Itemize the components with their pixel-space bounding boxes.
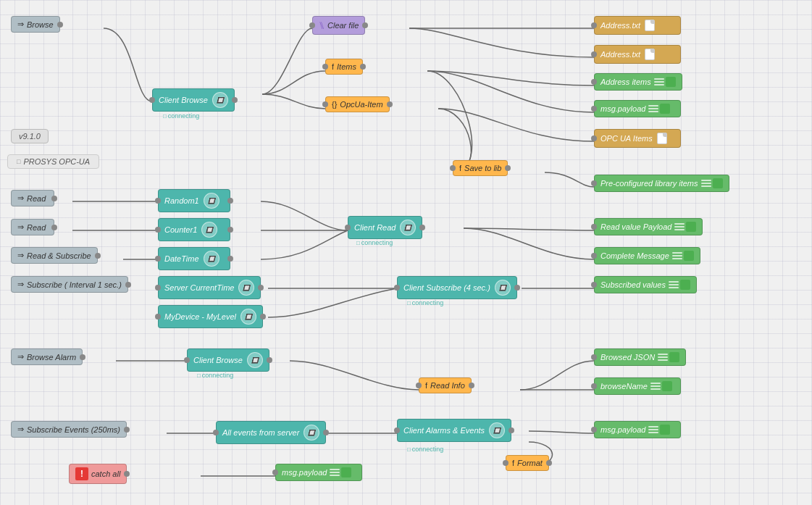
complete-message-node[interactable]: Complete Message [594, 247, 700, 264]
counter1-node[interactable]: Counter1 🔲 [158, 218, 230, 241]
browse-alarm-inject[interactable]: ⇒ Browse Alarm [11, 349, 83, 365]
server-current-node[interactable]: Server CurrentTime 🔲 [158, 276, 261, 299]
pre-configured-node[interactable]: Pre-configured library items [594, 175, 729, 192]
subscribe-events-inject[interactable]: ⇒ Subscribe Events (250ms) [11, 421, 127, 438]
subscribe-interval-inject[interactable]: ⇒ Subscribe ( Interval 1 sec.) [11, 276, 128, 293]
read-2-inject[interactable]: ⇒ Read [11, 219, 54, 235]
address-txt-2-node[interactable]: Address.txt [594, 45, 681, 64]
client-browse-2-connecting: connecting [197, 372, 233, 379]
browse-name-node[interactable]: browseName [594, 377, 681, 395]
read-1-inject[interactable]: ⇒ Read [11, 190, 54, 206]
opcua-item-node[interactable]: {} OpcUa-Item [325, 96, 390, 112]
client-read-node[interactable]: Client Read 🔲 [348, 216, 422, 239]
client-read-connecting: connecting [356, 239, 393, 246]
client-browse-1-node[interactable]: Client Browse 🔲 [152, 88, 235, 112]
items-node[interactable]: f Items [325, 59, 363, 75]
save-to-lib-node[interactable]: f Save to lib [453, 160, 508, 176]
format-node[interactable]: f Format [506, 455, 549, 471]
msg-payload-1-node[interactable]: msg.payload [594, 100, 681, 117]
client-alarms-node[interactable]: Client Alarms & Events 🔲 [397, 419, 511, 442]
mydevice-node[interactable]: MyDevice - MyLevel 🔲 [158, 305, 263, 328]
read-subscribe-inject[interactable]: ⇒ Read & Subscribe [11, 247, 98, 264]
opc-ua-items-node[interactable]: OPC UA Items [594, 129, 681, 148]
address-txt-1-node[interactable]: Address.txt [594, 16, 681, 35]
browsed-json-node[interactable]: Browsed JSON [594, 349, 686, 366]
read-value-node[interactable]: Read value Payload [594, 218, 703, 235]
client-browse-2-node[interactable]: Client Browse 🔲 [187, 349, 269, 372]
catch-all-node[interactable]: ! catch all [69, 464, 127, 484]
msg-payload-2-node[interactable]: msg.payload [594, 421, 681, 438]
address-items-node[interactable]: Address items [594, 73, 682, 91]
clear-file-node[interactable]: ⑊ Clear file [312, 16, 365, 35]
datetime-node[interactable]: DateTime 🔲 [158, 247, 230, 270]
all-events-node[interactable]: All events from server 🔲 [216, 421, 326, 444]
client-alarms-connecting: connecting [407, 446, 443, 453]
version-badge: v9.1.0 [11, 129, 49, 143]
prosys-badge: PROSYS OPC-UA [7, 154, 99, 169]
read-info-node[interactable]: f Read Info [419, 377, 472, 393]
client-subscribe-node[interactable]: Client Subscribe (4 sec.) 🔲 [397, 276, 517, 299]
msg-payload-3-node[interactable]: msg.payload [275, 464, 362, 481]
random1-node[interactable]: Random1 🔲 [158, 189, 230, 212]
subscribed-values-node[interactable]: Subscribed values [594, 276, 697, 293]
client-browse-1-connecting: connecting [163, 112, 199, 120]
browse-inject-node[interactable]: ⇒ Browse [11, 16, 60, 33]
client-subscribe-connecting: connecting [407, 299, 443, 306]
